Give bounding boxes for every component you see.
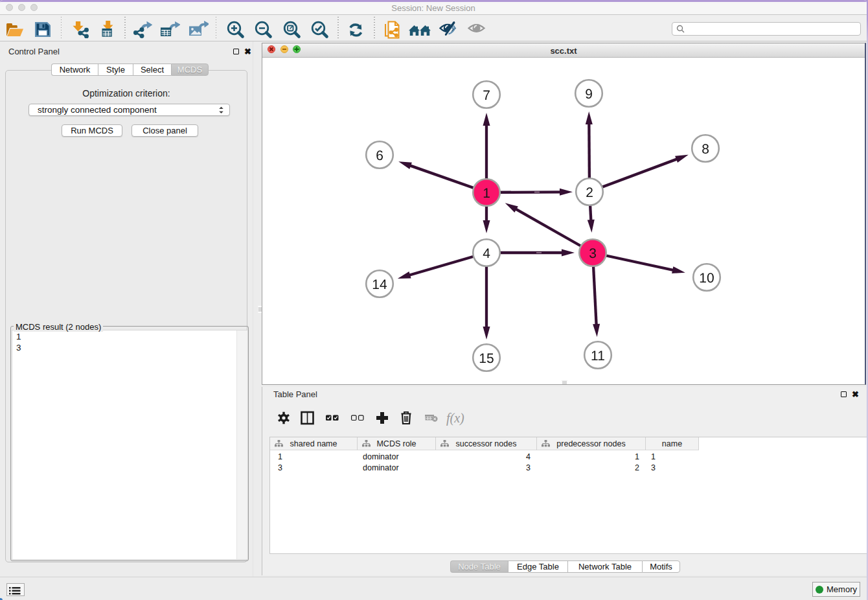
svg-text:9: 9 [585,87,593,102]
svg-text:11: 11 [591,349,605,363]
svg-text:3: 3 [589,246,597,261]
svg-text:1: 1 [483,186,490,201]
svg-text:15: 15 [479,351,494,366]
svg-text:14: 14 [372,277,387,292]
svg-text:6: 6 [376,148,383,163]
svg-text:10: 10 [699,271,714,286]
svg-text:2: 2 [586,185,593,200]
svg-text:8: 8 [702,142,709,157]
svg-text:4: 4 [483,246,490,261]
svg-text:7: 7 [483,88,490,103]
